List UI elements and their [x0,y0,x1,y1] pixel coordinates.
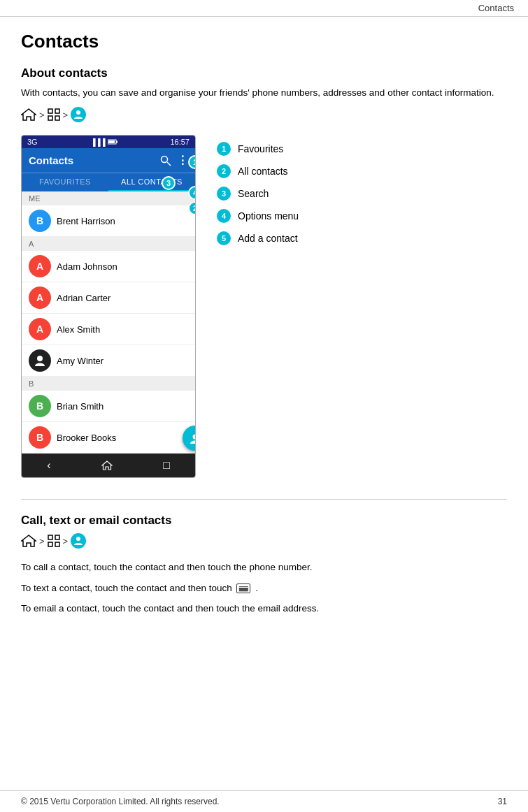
nav-breadcrumb-2: > > [21,533,507,549]
call-text-2a: To text a contact, touch the contact and… [21,583,232,593]
svg-rect-16 [48,542,52,546]
page-footer: © 2015 Vertu Corporation Limited. All ri… [0,790,528,812]
about-description: With contacts, you can save and organise… [21,86,507,100]
contact-item: B Brooker Books [22,422,195,454]
status-left: 3G [27,138,38,146]
avatar: B [29,395,51,417]
callout-item-4: 4 Options menu [217,209,299,223]
call-text-2: To text a contact, touch the contact and… [21,581,507,596]
home-icon-2 [21,535,36,547]
svg-rect-14 [48,535,52,539]
call-section-heading: Call, text or email contacts [21,514,507,528]
header-title: Contacts [478,3,514,13]
callout-number-4: 4 [217,209,231,223]
contact-name: Alex Smith [57,324,100,335]
more-icon: ⋮ [177,154,188,167]
phone-mock: 3G ▐▐▐ 16:57 Contacts [21,135,196,478]
page-number: 31 [498,797,507,806]
status-right: 16:57 [170,138,190,146]
svg-rect-7 [108,140,115,143]
group-label-a: A [22,237,195,251]
contact-name: Adrian Carter [57,293,110,303]
breadcrumb-sep-2: > [63,536,69,546]
callout-label-3: Search [238,188,269,199]
callout-item-3: 3 Search [217,187,299,201]
section-divider [21,499,507,500]
search-icon [160,155,171,166]
svg-rect-1 [55,109,59,113]
svg-point-11 [193,435,197,440]
grid-icon-2 [48,535,60,547]
person-icon-2 [71,533,86,549]
callout-label-4: Options menu [238,210,299,222]
svg-point-10 [37,356,43,361]
callout-number-5: 5 [217,231,231,245]
callout-item-1: 1 Favourites [217,142,299,156]
call-section: Call, text or email contacts > > To call [21,514,507,616]
callout-item-2: 2 All contacts [217,164,299,178]
contact-item: A Adam Johnson [22,251,195,282]
contact-item: B Brian Smith [22,391,195,422]
contact-name: Amy Winter [57,356,104,366]
signal-icons: ▐▐▐ [90,138,117,146]
phone-bottom-bar: ‹ □ [22,454,195,477]
svg-point-18 [76,537,80,541]
contact-item: Amy Winter [22,345,195,377]
svg-line-9 [167,162,171,166]
about-heading: About contacts [21,66,507,80]
svg-point-4 [76,110,80,115]
call-text-1: To call a contact, touch the contact and… [21,560,507,575]
group-label-b: B [22,377,195,391]
callout-number-1: 1 [217,142,231,156]
callout-label-1: Favourites [238,143,283,154]
contact-item: A Adrian Carter [22,282,195,314]
callout-item-5: 5 Add a contact [217,231,299,245]
svg-rect-15 [55,535,59,539]
home-icon [21,108,36,121]
message-icon [236,583,250,593]
contact-list: ME B Brent Harrison A A Adam Johnson A A… [22,191,195,454]
copyright-text: © 2015 Vertu Corporation Limited. All ri… [21,797,220,806]
callout-list: 1 Favourites 2 All contacts 3 Search 4 [217,135,299,245]
home-bottom-icon [101,461,113,470]
grid-icon [48,108,60,121]
svg-rect-2 [48,116,52,120]
toolbar-icons: ⋮ [160,154,188,167]
contact-item: B Brent Harrison [22,205,195,237]
svg-point-8 [162,156,168,162]
callout-number-3: 3 [217,187,231,201]
svg-rect-6 [116,141,117,143]
group-label-me: ME [22,191,195,205]
svg-rect-3 [55,116,59,120]
contact-name: Brian Smith [57,401,104,412]
back-icon: ‹ [47,459,50,472]
callout-number-2: 2 [217,164,231,178]
contact-name: Brent Harrison [57,216,115,226]
illustration-area: 3G ▐▐▐ 16:57 Contacts [21,135,507,478]
tab-favourites: FAVOURITES [22,173,108,191]
toolbar-title: Contacts [29,154,73,166]
avatar: B [29,426,51,449]
avatar: B [29,210,51,232]
page-header: Contacts [0,0,528,17]
callout-label-5: Add a contact [238,233,298,244]
svg-rect-0 [48,109,52,113]
avatar [29,349,51,372]
person-icon [71,107,86,122]
breadcrumb-separator-2: > [63,110,69,120]
breadcrumb-separator-1: > [39,110,45,120]
contact-name: Brooker Books [57,433,116,443]
phone-toolbar: Contacts ⋮ [22,148,195,173]
square-icon: □ [163,459,170,472]
content-area: Contacts About contacts With contacts, y… [0,17,528,664]
page-title: Contacts [21,31,507,52]
breadcrumb-sep-1: > [39,536,45,546]
avatar: A [29,255,51,277]
contact-item: A Alex Smith [22,314,195,345]
nav-breadcrumb: > > [21,107,507,122]
avatar: A [29,287,51,309]
call-text-4: To email a contact, touch the contact an… [21,601,507,616]
callout-label-2: All contacts [238,166,288,177]
call-text-2b: . [255,583,258,593]
tab-all-contacts: ALL CONTACTS [108,173,195,191]
